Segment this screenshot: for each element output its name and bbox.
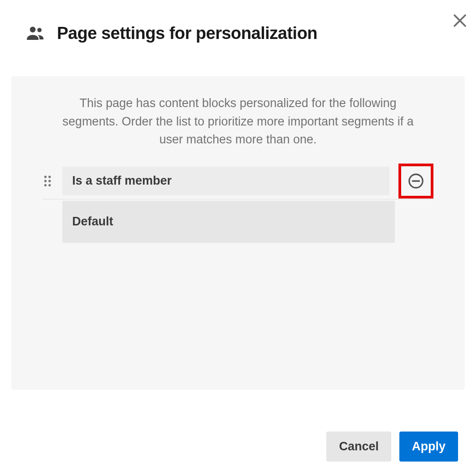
apply-button[interactable]: Apply [399, 432, 458, 462]
svg-point-7 [48, 180, 51, 182]
remove-circle-icon [407, 172, 425, 190]
default-segment: Default [62, 201, 395, 243]
svg-point-9 [48, 184, 51, 186]
panel-description: This page has content blocks personalize… [54, 94, 422, 149]
drag-handle-icon [43, 175, 52, 187]
remove-highlight-box [398, 164, 433, 199]
segments-list: Is a staff member Default [43, 167, 433, 236]
segment-item[interactable]: Is a staff member [62, 167, 389, 195]
segment-label: Is a staff member [72, 174, 172, 188]
default-label: Default [72, 215, 113, 229]
people-icon [25, 22, 46, 44]
svg-point-2 [30, 27, 36, 33]
svg-point-6 [44, 180, 47, 182]
cancel-button[interactable]: Cancel [326, 432, 391, 462]
default-row: Default [43, 207, 433, 236]
svg-point-3 [37, 28, 42, 32]
modal-title: Page settings for personalization [57, 24, 317, 43]
segments-panel: This page has content blocks personalize… [11, 76, 465, 390]
segment-row: Is a staff member [43, 167, 433, 195]
personalization-settings-modal: Page settings for personalization This p… [0, 0, 476, 475]
modal-footer: Cancel Apply [326, 432, 458, 462]
segment-divider [43, 199, 433, 199]
svg-point-4 [44, 176, 47, 178]
remove-segment-button[interactable] [407, 172, 425, 190]
close-button[interactable] [452, 13, 468, 29]
svg-point-8 [44, 184, 47, 186]
drag-handle[interactable] [43, 175, 52, 187]
close-icon [452, 13, 468, 29]
svg-point-5 [48, 176, 51, 178]
modal-header: Page settings for personalization [0, 0, 476, 44]
